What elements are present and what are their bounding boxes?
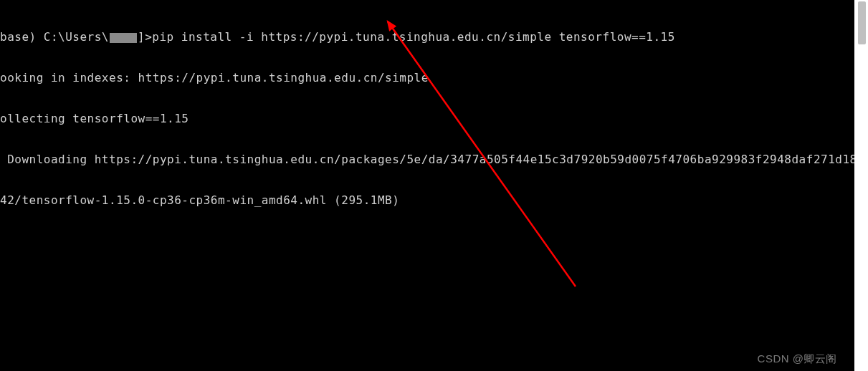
scrollbar-thumb[interactable]	[858, 1, 866, 44]
scrollbar-track[interactable]	[854, 0, 868, 371]
terminal-line-2: ooking in indexes: https://pypi.tuna.tsi…	[0, 71, 854, 85]
watermark-text: CSDN @卿云阁	[758, 352, 837, 365]
terminal-line-5: 42/tensorflow-1.15.0-cp36-cp36m-win_amd6…	[0, 193, 854, 207]
command-text: pip install -i https://pypi.tuna.tsinghu…	[152, 30, 675, 44]
terminal-line-4: Downloading https://pypi.tuna.tsinghua.e…	[0, 153, 854, 166]
terminal-line-1: base) C:\Users\]>pip install -i https://…	[0, 30, 854, 44]
terminal-line-3: ollecting tensorflow==1.15	[0, 112, 854, 125]
prompt-prefix: base) C:\Users\	[0, 30, 109, 44]
annotation-arrow	[0, 0, 854, 371]
redacted-username	[110, 33, 137, 43]
terminal-window[interactable]: base) C:\Users\]>pip install -i https://…	[0, 0, 854, 371]
prompt-suffix: ]>	[138, 30, 152, 44]
